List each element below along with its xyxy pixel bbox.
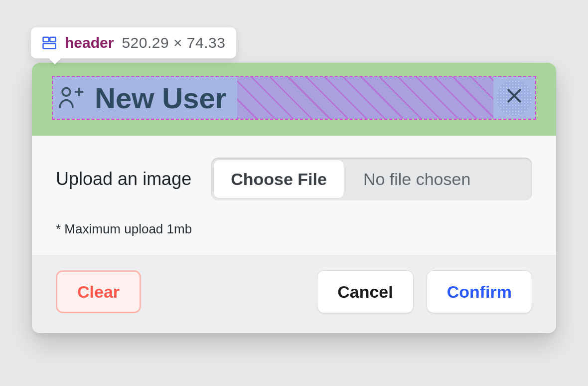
file-status-text: No file chosen bbox=[346, 158, 532, 200]
dialog-footer: Clear Cancel Confirm bbox=[32, 255, 556, 333]
dialog-body: Upload an image Choose File No file chos… bbox=[32, 136, 556, 255]
file-input[interactable]: Choose File No file chosen bbox=[211, 158, 532, 200]
choose-file-button[interactable]: Choose File bbox=[213, 160, 344, 198]
devtools-dimensions: 520.29 × 74.33 bbox=[122, 34, 225, 51]
header-content-region: New User bbox=[53, 77, 237, 119]
add-user-icon bbox=[56, 84, 84, 112]
close-icon bbox=[504, 86, 524, 110]
dialog-header: New User bbox=[32, 63, 556, 136]
svg-point-3 bbox=[62, 88, 70, 96]
close-button[interactable] bbox=[493, 77, 535, 119]
upload-label: Upload an image bbox=[56, 169, 191, 190]
devtools-tag-name: header bbox=[65, 34, 114, 51]
devtools-flex-gap-region bbox=[237, 77, 493, 119]
layout-icon bbox=[42, 35, 57, 50]
upload-row: Upload an image Choose File No file chos… bbox=[56, 158, 532, 200]
upload-hint: * Maximum upload 1mb bbox=[56, 221, 532, 237]
devtools-element-tooltip: header 520.29 × 74.33 bbox=[31, 27, 236, 58]
devtools-highlight-box: New User bbox=[52, 76, 536, 120]
confirm-button[interactable]: Confirm bbox=[427, 270, 532, 313]
new-user-dialog: New User Upload an image Choose File No … bbox=[32, 63, 556, 333]
dialog-title: New User bbox=[95, 81, 226, 115]
clear-button[interactable]: Clear bbox=[56, 270, 141, 313]
svg-rect-0 bbox=[43, 37, 49, 42]
cancel-button[interactable]: Cancel bbox=[317, 270, 414, 313]
svg-rect-2 bbox=[43, 43, 56, 48]
svg-rect-1 bbox=[50, 37, 55, 42]
